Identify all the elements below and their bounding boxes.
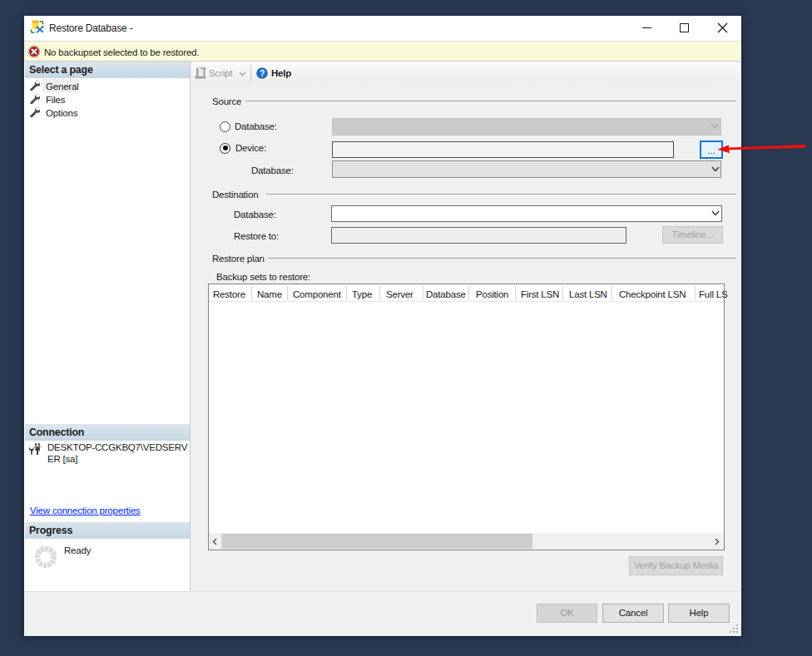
svg-text:?: ? xyxy=(260,68,265,78)
